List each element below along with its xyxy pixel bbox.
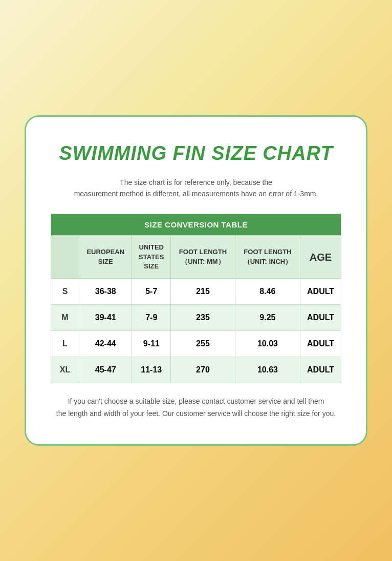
subtitle: The size chart is for reference only, be… (51, 177, 341, 200)
eu-l: 42-44 (79, 330, 132, 357)
eu-s: 36-38 (79, 278, 132, 304)
col-header-eu: EUROPEANSIZE (79, 236, 132, 279)
inch-l: 10.03 (235, 330, 300, 357)
age-xl: ADULT (300, 357, 341, 383)
us-m: 7-9 (132, 304, 171, 330)
inch-xl: 10.63 (235, 357, 300, 383)
subtitle-line2: measurement method is different, all mea… (74, 190, 318, 198)
table-row: XL 45-47 11-13 270 10.63 ADULT (51, 357, 341, 383)
inch-m: 9.25 (235, 304, 300, 330)
age-s: ADULT (300, 278, 341, 304)
mm-m: 235 (171, 304, 235, 330)
size-xl: XL (51, 357, 79, 383)
us-xl: 11-13 (132, 357, 171, 383)
table-row: M 39-41 7-9 235 9.25 ADULT (51, 304, 341, 330)
mm-l: 255 (171, 330, 235, 357)
col-header-us: UNITEDSTATESSIZE (132, 236, 171, 279)
size-l: L (51, 330, 79, 357)
us-l: 9-11 (132, 330, 171, 357)
table-row: S 36-38 5-7 215 8.46 ADULT (51, 278, 341, 304)
mm-s: 215 (171, 278, 235, 304)
col-header-mm: FOOT LENGTH（UNIT: MM） (171, 236, 235, 279)
inch-s: 8.46 (235, 278, 300, 304)
col-header-empty (51, 236, 79, 279)
col-header-row: EUROPEANSIZE UNITEDSTATESSIZE FOOT LENGT… (51, 236, 341, 279)
col-header-age: AGE (300, 236, 341, 279)
page-title: SWIMMING FIN SIZE CHART (51, 142, 341, 164)
age-m: ADULT (300, 304, 341, 330)
size-conversion-table: SIZE CONVERSION TABLE EUROPEANSIZE UNITE… (51, 214, 341, 383)
size-s: S (51, 278, 79, 304)
table-row: L 42-44 9-11 255 10.03 ADULT (51, 330, 341, 357)
col-header-inch: FOOT LENGTH（UNIT: INCH） (235, 236, 300, 279)
footer-line2: the length and width of your feet. Our c… (56, 409, 336, 418)
footer-line1: If you can't choose a suitable size, ple… (68, 397, 324, 405)
mm-xl: 270 (171, 357, 235, 383)
footer-note: If you can't choose a suitable size, ple… (51, 396, 341, 420)
age-l: ADULT (300, 330, 341, 357)
eu-xl: 45-47 (79, 357, 132, 383)
table-header-cell: SIZE CONVERSION TABLE (51, 214, 341, 236)
size-chart-card: SWIMMING FIN SIZE CHART The size chart i… (25, 115, 367, 446)
subtitle-line1: The size chart is for reference only, be… (120, 178, 272, 186)
table-header-row: SIZE CONVERSION TABLE (51, 214, 341, 236)
size-m: M (51, 304, 79, 330)
us-s: 5-7 (132, 278, 171, 304)
eu-m: 39-41 (79, 304, 132, 330)
